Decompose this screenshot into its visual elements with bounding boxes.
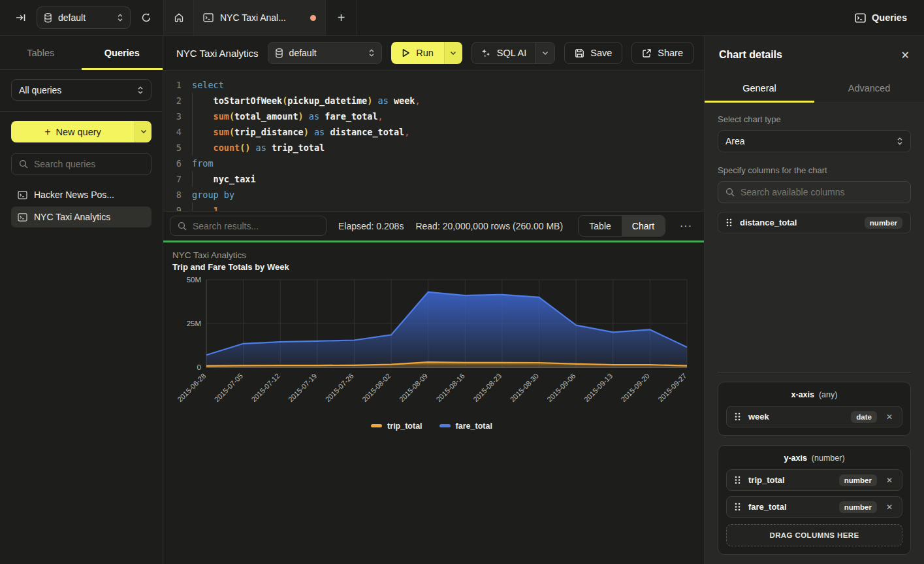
chevron-down-icon — [140, 129, 147, 134]
chart-type-value: Area — [725, 136, 897, 146]
share-button[interactable]: Share — [631, 42, 693, 64]
legend-label: trip_total — [387, 422, 422, 431]
y-axis-title: y-axis (number) — [726, 454, 902, 463]
new-query-button[interactable]: + New query — [11, 121, 135, 142]
chart-details-body: Select chart type Area Specify columns f… — [705, 103, 924, 564]
remove-column-button[interactable]: ✕ — [885, 412, 894, 422]
line-number: 1 — [163, 77, 192, 93]
query-tab[interactable]: NYC Taxi Anal... — [194, 0, 326, 35]
x-axis-items: weekdate✕ — [726, 406, 902, 427]
drag-columns-drop-zone[interactable]: DRAG COLUMNS HERE — [726, 524, 902, 546]
chart-panel: NYC Taxi Analytics Trip and Fare Totals … — [163, 242, 704, 564]
terminal-icon — [18, 213, 27, 222]
code-line: 1select — [163, 77, 704, 93]
legend-item-trip_total[interactable]: trip_total — [371, 422, 422, 431]
details-tab-advanced[interactable]: Advanced — [814, 74, 924, 102]
home-button[interactable] — [164, 0, 194, 35]
new-query-dropdown-button[interactable] — [135, 121, 151, 142]
columns-search-box — [718, 181, 911, 203]
drag-handle-icon[interactable] — [735, 476, 741, 484]
svg-text:0: 0 — [197, 363, 201, 371]
chart-details-tabs: GeneralAdvanced — [705, 74, 924, 103]
code-line: 5count() as trip_total — [163, 140, 704, 156]
available-columns-list: distance_totalnumber — [718, 212, 911, 233]
x-axis-title-text: x-axis — [791, 390, 814, 399]
chevron-updown-icon — [368, 48, 375, 58]
close-panel-button[interactable]: ✕ — [901, 49, 910, 61]
more-options-button[interactable]: ··· — [677, 220, 695, 232]
area-chart[interactable]: 025M50M2015-06-282015-07-052015-07-12201… — [172, 274, 691, 423]
y-axis-hint: (number) — [812, 454, 845, 463]
refresh-button[interactable] — [138, 10, 154, 25]
chart-type-select[interactable]: Area — [718, 130, 911, 152]
x-axis-tick-label: 2015-08-23 — [471, 371, 503, 403]
plus-icon: + — [338, 10, 345, 25]
query-item-label: Hacker News Pos... — [34, 190, 114, 200]
results-search-input[interactable] — [193, 221, 319, 231]
line-number: 4 — [163, 124, 192, 140]
x-axis-title: x-axis (any) — [726, 390, 902, 399]
code-line: 2toStartOfWeek(pickup_datetime) as week, — [163, 93, 704, 108]
view-tab-chart[interactable]: Chart — [622, 216, 665, 236]
code-line: 91 — [163, 203, 704, 211]
chart-subtitle: Trip and Fare Totals by Week — [172, 262, 691, 272]
run-dropdown-button[interactable] — [444, 42, 462, 64]
drag-handle-icon[interactable] — [735, 412, 741, 421]
column-chip-week[interactable]: weekdate✕ — [726, 406, 902, 427]
search-icon — [178, 222, 187, 231]
tab-strip: NYC Taxi Anal... + — [163, 0, 855, 35]
chevron-down-icon — [542, 51, 549, 56]
queries-button[interactable]: Queries — [855, 12, 907, 23]
search-icon — [725, 188, 735, 197]
line-number: 3 — [163, 108, 192, 124]
main-database-value: default — [289, 48, 363, 58]
read-stat: Read: 20,000,000 rows (260.00 MB) — [415, 221, 563, 231]
query-search-input[interactable] — [34, 159, 144, 169]
legend-item-fare_total[interactable]: fare_total — [439, 422, 492, 431]
new-tab-button[interactable]: + — [326, 0, 357, 35]
save-button[interactable]: Save — [564, 42, 622, 64]
query-filter-value: All queries — [19, 85, 137, 95]
sql-ai-dropdown-button[interactable] — [535, 42, 554, 63]
queries-button-label: Queries — [872, 12, 907, 23]
main-header: NYC Taxi Analytics default Run — [163, 36, 704, 71]
sql-ai-split-button: SQL AI — [471, 42, 555, 64]
code-line: 4sum(trip_distance) as distance_total, — [163, 124, 704, 140]
line-number: 5 — [163, 140, 192, 156]
database-selector[interactable]: default — [37, 7, 131, 29]
column-chip-fare_total[interactable]: fare_totalnumber✕ — [726, 496, 902, 518]
columns-search-input[interactable] — [741, 187, 903, 197]
drag-handle-icon[interactable] — [735, 503, 741, 511]
column-name: week — [748, 412, 843, 422]
x-axis-tick-label: 2015-08-16 — [434, 371, 466, 403]
drag-handle-icon[interactable] — [726, 218, 732, 227]
arrow-to-bar-icon — [16, 12, 26, 23]
view-tab-table[interactable]: Table — [579, 216, 621, 236]
column-chip-trip_total[interactable]: trip_totalnumber✕ — [726, 469, 902, 491]
column-chip-distance_total[interactable]: distance_totalnumber — [718, 212, 911, 233]
legend-swatch — [371, 424, 382, 427]
remove-column-button[interactable]: ✕ — [885, 476, 894, 485]
y-axis-title-text: y-axis — [784, 454, 806, 463]
results-search-box — [170, 216, 327, 236]
query-list-item[interactable]: Hacker News Pos... — [11, 184, 151, 205]
run-split-button: Run — [391, 42, 462, 64]
main-database-selector[interactable]: default — [268, 42, 383, 64]
sidebar-tab-tables[interactable]: Tables — [0, 36, 82, 69]
query-list-item[interactable]: NYC Taxi Analytics — [11, 207, 151, 227]
query-filter-select[interactable]: All queries — [11, 79, 151, 101]
sql-ai-button[interactable]: SQL AI — [472, 42, 535, 63]
chart-legend: trip_totalfare_total — [172, 422, 691, 431]
column-type-badge: number — [839, 474, 877, 486]
sidebar-tab-queries[interactable]: Queries — [82, 36, 163, 69]
collapse-sidebar-button[interactable] — [13, 10, 29, 25]
remove-column-button[interactable]: ✕ — [885, 503, 894, 512]
x-axis-tick-label: 2015-07-05 — [213, 371, 244, 403]
run-button[interactable]: Run — [391, 42, 444, 64]
x-axis-tick-label: 2015-07-19 — [287, 371, 318, 403]
line-number: 6 — [163, 156, 192, 171]
details-tab-general[interactable]: General — [705, 74, 814, 102]
query-filter-section: All queries — [0, 70, 163, 112]
terminal-icon — [18, 191, 27, 199]
sql-editor[interactable]: 1select2toStartOfWeek(pickup_datetime) a… — [163, 71, 704, 211]
